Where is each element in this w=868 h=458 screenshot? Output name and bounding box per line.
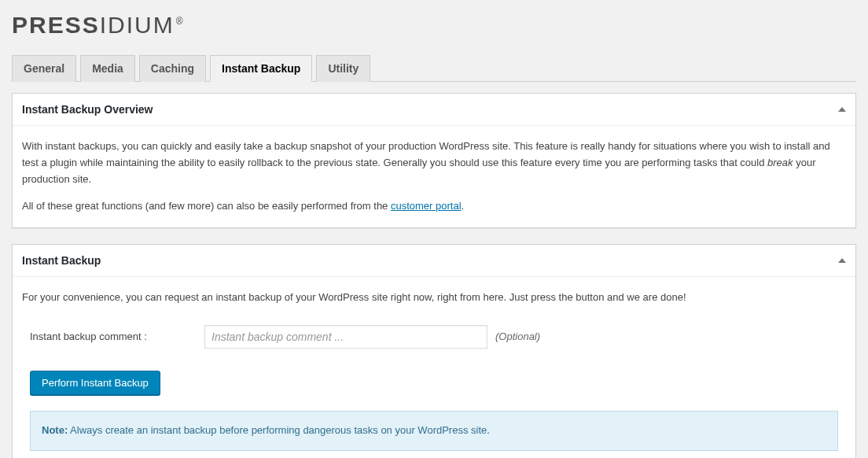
overview-p2-text1: All of these great functions (and few mo…	[22, 200, 391, 212]
note-text: Always create an instant backup before p…	[68, 424, 490, 436]
tab-utility[interactable]: Utility	[316, 55, 370, 82]
backup-panel-body: For your convenience, you can request an…	[13, 277, 855, 458]
overview-p1-text1: With instant backups, you can quickly an…	[22, 140, 830, 168]
perform-backup-button[interactable]: Perform Instant Backup	[30, 371, 160, 395]
tab-instant-backup[interactable]: Instant Backup	[210, 55, 312, 82]
tab-media[interactable]: Media	[80, 55, 135, 82]
overview-paragraph-1: With instant backups, you can quickly an…	[22, 139, 846, 187]
chevron-up-icon	[838, 107, 846, 112]
comment-form-row: Instant backup comment : (Optional)	[22, 325, 846, 349]
brand-logo: PRESSIDIUM®	[12, 12, 185, 39]
brand-suffix: IDIUM	[100, 12, 175, 38]
overview-p2-text2: .	[462, 200, 465, 212]
tab-general[interactable]: General	[12, 55, 76, 82]
overview-panel: Instant Backup Overview With instant bac…	[12, 93, 856, 228]
overview-p1-break: break	[767, 157, 793, 168]
brand-prefix: PRESS	[12, 12, 100, 38]
chevron-up-icon	[838, 258, 846, 263]
tab-caching[interactable]: Caching	[139, 55, 206, 82]
comment-optional: (Optional)	[495, 329, 540, 345]
note-box: Note: Always create an instant backup be…	[30, 411, 838, 451]
overview-panel-title: Instant Backup Overview	[22, 103, 153, 116]
comment-input[interactable]	[204, 325, 487, 349]
backup-panel-title: Instant Backup	[22, 254, 101, 267]
overview-panel-body: With instant backups, you can quickly an…	[13, 126, 855, 227]
backup-panel: Instant Backup For your convenience, you…	[12, 244, 856, 458]
comment-label: Instant backup comment :	[30, 329, 204, 345]
brand-registered: ®	[176, 16, 185, 27]
note-label: Note:	[42, 424, 68, 436]
tab-bar: General Media Caching Instant Backup Uti…	[12, 54, 856, 82]
overview-panel-header[interactable]: Instant Backup Overview	[13, 94, 855, 126]
backup-intro: For your convenience, you can request an…	[22, 290, 846, 306]
backup-panel-header[interactable]: Instant Backup	[13, 245, 855, 277]
customer-portal-link[interactable]: customer portal	[391, 200, 462, 212]
overview-paragraph-2: All of these great functions (and few mo…	[22, 198, 846, 215]
